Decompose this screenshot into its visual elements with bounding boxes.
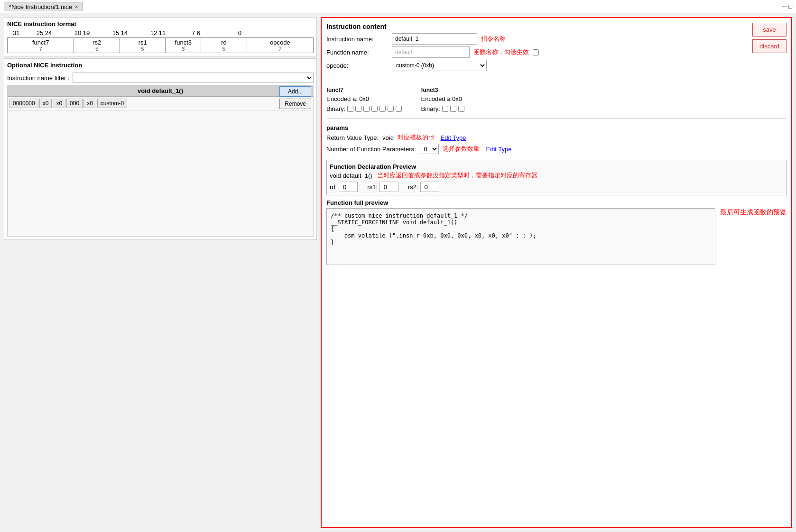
num-params-annotation: 选择参数数量 [443,145,480,153]
list-buttons: Add... Remove [279,86,311,109]
funct7-binary-label: Binary: [326,105,345,112]
funct7-title: funct7 [326,87,402,93]
return-value-label: Return Value Type: [326,134,379,141]
num-params-label: Number of Function Parameters: [326,146,416,153]
preview-title: Function full preview [326,199,787,206]
function-name-checkbox[interactable] [533,49,539,55]
field-rd-bits: 5 [222,46,225,52]
funct7-cb-3[interactable] [363,106,370,112]
content-fields: Instruction content Instruction name: 指令… [326,23,748,73]
funct7-cb-4[interactable] [371,106,378,112]
add-button[interactable]: Add... [279,86,311,97]
window-controls: ─ □ [782,3,792,10]
funct3-binary-label: Binary: [421,105,440,112]
field-opcode-name: opcode [270,39,290,46]
title-tab[interactable]: *Nice Instruction/1.nice × [4,2,83,11]
function-name-label: Function name: [326,49,388,56]
filter-select[interactable] [73,73,314,83]
edit-type-1-link[interactable]: Edit Type [441,134,466,141]
field-rs1-bits: 5 [141,46,144,52]
num-params-select[interactable]: 0123 [420,144,439,154]
discard-button[interactable]: discard [752,39,787,53]
main-content: NICE instruction format 31 25 24 20 19 1… [0,13,796,532]
opcode-select[interactable]: custom-0 (0xb) custom-1 (0x2b) custom-2 … [392,60,487,71]
opcode-label: opcode: [326,62,388,69]
rs2-input[interactable] [420,182,439,192]
funct3-cb-2[interactable] [450,106,456,112]
restore-icon[interactable]: □ [788,3,792,10]
field-rs2-name: rs2 [93,39,101,46]
edit-type-2-link[interactable]: Edit Type [486,146,512,153]
field-rs2: rs2 5 [74,38,120,53]
funct3-encoded: Encoded a 0x0 [421,95,464,102]
return-value-annotation: 对应模板的rd [398,133,434,142]
optional-title: Optional NICE instruction [7,62,314,69]
bit-pos-1211: 12 11 [139,29,177,37]
right-panel: Instruction content Instruction name: 指令… [321,17,792,528]
rs2-label: rs2: [408,183,418,191]
declaration-title: Function Declaration Preview [330,163,783,170]
close-icon[interactable]: × [75,4,78,9]
remove-button[interactable]: Remove [279,99,311,109]
funct3-cb-3[interactable] [458,106,464,112]
bit-pos-1514: 15 14 [101,29,139,37]
declaration-annotation: 当对应返回值或参数没指定类型时，需要指定对应的寄存器 [377,171,537,180]
format-section: NICE instruction format 31 25 24 20 19 1… [4,17,317,56]
function-name-annotation: 函数名称，勾选生效 [473,48,529,56]
action-buttons: save discard [752,23,787,53]
funct7-cb-6[interactable] [388,106,394,112]
field-funct7: funct7 7 [8,38,74,53]
function-name-input[interactable] [392,46,470,58]
minimize-icon[interactable]: ─ [782,3,787,10]
bit-pos-2524: 25 24 [25,29,63,37]
title-bar: *Nice Instruction/1.nice × ─ □ [0,0,796,13]
content-header-row: Instruction content Instruction name: 指令… [326,23,787,73]
instruction-name-row: Instruction name: 指令名称 [326,33,748,45]
fields-row: funct7 7 rs2 5 rs1 5 funct3 3 rd 5 [7,37,314,53]
rs1-spinner: rs1: [367,182,398,192]
funct7-section: funct7 Encoded a: 0x0 Binary: [326,87,402,112]
instruction-name-annotation: 指令名称 [481,35,506,43]
funct7-encoded-value: 0x0 [359,95,369,102]
opcode-row: opcode: custom-0 (0xb) custom-1 (0x2b) c… [326,60,748,71]
bit-pos-0: 0 [215,29,243,37]
funct3-cb-1[interactable] [442,106,448,112]
save-button[interactable]: save [752,23,787,37]
declaration-section: Function Declaration Preview void defaul… [326,160,787,195]
funct7-cb-1[interactable] [347,106,353,112]
preview-section: Function full preview /** custom nice in… [326,199,787,265]
rd-input[interactable] [339,182,358,192]
function-name-row: Function name: 函数名称，勾选生效 [326,46,748,58]
rs2-spinner: rs2: [408,182,439,192]
table-row[interactable]: 0000000 x0 x0 000 x0 custom-0 [8,97,313,110]
params-section: params Return Value Type: void 对应模板的rd E… [326,124,787,156]
preview-annotation: 最后可生成函数的预览 [720,208,787,217]
funct7-cb-5[interactable] [379,106,386,112]
filter-row: Instruction name filter : [7,73,314,83]
funct7-cb-7[interactable] [396,106,402,112]
binary-section: funct7 Encoded a: 0x0 Binary: [326,87,787,112]
field-funct3: funct3 3 [166,38,201,53]
instruction-name-label: Instruction name: [326,36,388,43]
field-rs2-bits: 5 [95,46,98,52]
divider-1 [326,79,787,79]
rs1-label: rs1: [367,183,378,191]
left-panel: NICE instruction format 31 25 24 20 19 1… [4,17,317,528]
instruction-name-input[interactable] [392,33,477,45]
funct3-title: funct3 [421,87,464,93]
spinners-row: rd: rs1: rs2: [330,182,783,192]
funct7-binary-row: Binary: [326,105,402,112]
cell-rs1: x0 [53,99,65,108]
filter-label: Instruction name filter : [7,74,70,82]
funct7-encoded-label: Encoded a: [326,95,358,102]
cell-opcode: custom-0 [97,99,127,108]
field-opcode-bits: 7 [278,46,281,52]
rs1-input[interactable] [379,182,398,192]
optional-section: Optional NICE instruction Instruction na… [4,58,317,240]
bit-pos-31: 31 [7,29,25,37]
funct3-encoded-value: 0x0 [452,95,462,102]
field-rs1: rs1 5 [120,38,166,53]
rd-spinner: rd: [330,182,358,192]
declaration-box: Function Declaration Preview void defaul… [326,160,787,195]
funct7-cb-2[interactable] [355,106,361,112]
